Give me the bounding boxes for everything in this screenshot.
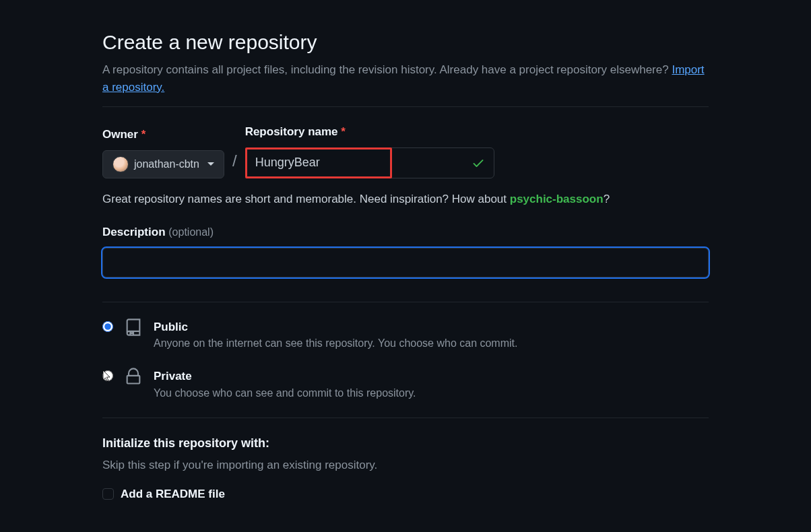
page-subtitle: A repository contains all project files,… xyxy=(102,61,709,96)
owner-username: jonathan-cbtn xyxy=(134,156,199,172)
private-subtitle: You choose who can see and commit to thi… xyxy=(154,387,416,399)
initialize-subtitle: Skip this step if you're importing an ex… xyxy=(102,457,709,474)
subtitle-text: A repository contains all project files,… xyxy=(102,63,672,76)
lock-icon xyxy=(124,366,143,387)
check-icon xyxy=(472,156,485,170)
visibility-private-radio[interactable] xyxy=(102,370,113,381)
repo-name-label: Repository name * xyxy=(245,123,494,141)
public-subtitle: Anyone on the internet can see this repo… xyxy=(154,337,517,349)
required-asterisk: * xyxy=(141,128,146,141)
repo-label-text: Repository name xyxy=(245,125,338,138)
description-label-text: Description xyxy=(102,226,168,238)
caret-down-icon xyxy=(207,162,214,166)
repo-name-hint: Great repository names are short and mem… xyxy=(102,191,709,208)
owner-select[interactable]: jonathan-cbtn xyxy=(102,150,224,178)
page-title: Create a new repository xyxy=(102,27,709,57)
hint-suffix: ? xyxy=(604,193,610,205)
optional-text: (optional) xyxy=(168,226,214,238)
readme-checkbox[interactable] xyxy=(102,488,114,500)
owner-label-text: Owner xyxy=(102,128,138,141)
initialize-header: Initialize this repository with: xyxy=(102,434,709,453)
readme-label: Add a README file xyxy=(121,486,225,503)
avatar xyxy=(112,156,129,172)
private-title: Private xyxy=(154,368,416,385)
public-title: Public xyxy=(154,319,517,336)
description-input[interactable] xyxy=(102,248,709,277)
divider xyxy=(102,106,709,107)
path-separator: / xyxy=(232,149,237,178)
required-asterisk: * xyxy=(341,125,346,138)
divider xyxy=(102,418,709,418)
repository-name-input[interactable] xyxy=(245,147,494,178)
owner-label: Owner * xyxy=(102,126,224,143)
name-suggestion[interactable]: psychic-bassoon xyxy=(510,193,604,205)
visibility-public-radio[interactable] xyxy=(102,321,113,332)
hint-prefix: Great repository names are short and mem… xyxy=(102,193,510,205)
description-label: Description (optional) xyxy=(102,224,709,241)
repo-icon xyxy=(124,317,143,337)
divider xyxy=(102,302,709,302)
